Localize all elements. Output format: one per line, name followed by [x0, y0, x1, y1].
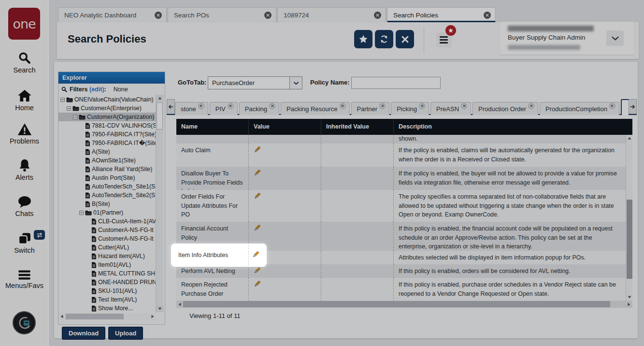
scroll-up-icon[interactable] [156, 95, 164, 101]
close-page-button[interactable] [396, 30, 414, 48]
tab-close-icon[interactable] [269, 103, 275, 109]
tree-item[interactable]: 7881-CDV VALINHOS(Si [58, 121, 156, 130]
tab-close-icon[interactable] [379, 103, 386, 109]
column-header-inherited-value[interactable]: Inherited Value [321, 119, 394, 135]
tab-scroll-left-button[interactable] [167, 99, 175, 114]
edit-pencil-icon[interactable] [254, 280, 316, 288]
tree-item[interactable]: Cutter(AVL) [58, 243, 156, 252]
collapse-expander-icon[interactable] [79, 211, 84, 215]
collapse-expander-icon[interactable] [73, 115, 77, 119]
table-row[interactable]: Order Fields For Update Attributes For P… [176, 190, 632, 222]
tree-item[interactable]: Austin Port(Site) [58, 173, 156, 182]
tree-item[interactable]: Item01(AVL) [58, 260, 156, 269]
favorite-button[interactable] [354, 30, 372, 48]
scroll-left-icon[interactable] [176, 301, 183, 308]
window-tab[interactable]: Search POs [168, 7, 276, 22]
tab-close-icon[interactable] [528, 103, 534, 109]
sidebar-item-switch[interactable]: Switch [0, 232, 49, 254]
scroll-right-icon[interactable] [626, 301, 632, 308]
scrollbar-thumb[interactable] [183, 301, 610, 307]
policy-tab[interactable]: Picking [391, 102, 429, 115]
tree-item[interactable]: ONE-HANDED PRUN [58, 278, 156, 287]
tree-item[interactable]: A(Site) [58, 147, 156, 156]
edit-pencil-icon[interactable] [254, 192, 316, 200]
tree-item[interactable]: CustomerA(Organization) [58, 113, 156, 121]
table-row[interactable]: shown. [176, 135, 632, 144]
tour-spotlight-item-info-attributes[interactable]: Item Info Attributes [171, 244, 267, 267]
window-tab[interactable]: Search Policies [387, 7, 496, 22]
scroll-right-icon[interactable] [149, 313, 156, 320]
tree-item[interactable]: ONEIValueChain(ValueChain) [58, 95, 156, 104]
refresh-button[interactable] [375, 30, 393, 48]
column-header-description[interactable]: Description [394, 119, 632, 135]
policy-tab[interactable]: Production Order [472, 102, 538, 115]
tab-close-icon[interactable] [198, 103, 204, 109]
column-header-value[interactable]: Value [249, 119, 321, 135]
user-menu-button[interactable] [606, 30, 624, 46]
policy-name-input[interactable] [351, 77, 441, 89]
scroll-left-icon[interactable] [58, 313, 65, 320]
scroll-down-icon[interactable] [156, 305, 164, 312]
tab-close-icon[interactable] [419, 103, 425, 109]
edit-pencil-icon[interactable] [254, 146, 316, 153]
chevron-down-icon[interactable] [289, 77, 302, 89]
table-horizontal-scrollbar[interactable] [176, 301, 632, 308]
tree-item[interactable]: 7950-FABRICA IT�(Site [58, 139, 156, 147]
table-row[interactable]: Disallow Buyer To Provide Promise Fields… [176, 167, 632, 190]
scrollbar-thumb[interactable] [627, 200, 632, 279]
tree-item[interactable]: B(Site) [58, 200, 156, 208]
tab-scroll-right-button[interactable] [629, 99, 637, 114]
scroll-down-icon[interactable] [626, 294, 633, 300]
edit-pencil-icon[interactable] [254, 267, 316, 274]
sidebar-item-home[interactable]: Home [0, 89, 49, 112]
tree-item[interactable]: METAL CUTTING SHI [58, 269, 156, 278]
tree-item[interactable]: 01(Partner) [58, 208, 156, 217]
tree-item[interactable]: SKU-101(AVL) [58, 287, 156, 295]
policy-tab[interactable]: stone [175, 102, 208, 115]
edit-pencil-icon[interactable] [252, 251, 259, 258]
table-row[interactable]: Reopen Rejected Purchase Order If this p… [176, 278, 632, 301]
collapse-expander-icon[interactable] [60, 98, 65, 102]
sidebar-item-alerts[interactable]: Alerts [0, 159, 49, 181]
edit-pencil-icon[interactable] [254, 224, 316, 231]
sidebar-item-search[interactable]: Search [0, 51, 49, 74]
scroll-up-icon[interactable] [626, 135, 633, 141]
tree-item[interactable]: Hazard item(AVL) [58, 252, 156, 260]
table-row[interactable]: Auto Claim If the policy is enabled, cla… [176, 144, 632, 167]
explorer-vertical-scrollbar[interactable] [156, 95, 163, 312]
tree-item[interactable]: CustomerA(Enterprise) [58, 104, 156, 113]
policy-tab[interactable]: Packing Resource [281, 102, 350, 115]
tree-item[interactable]: CustomerA-NS-FG-It [58, 226, 156, 234]
sidebar-item-problems[interactable]: Problems [0, 123, 49, 145]
filters-edit-link[interactable]: (edit) [89, 86, 104, 93]
policy-tab[interactable]: Purch [621, 99, 629, 115]
window-tab[interactable]: 1089724 [277, 7, 386, 22]
download-button[interactable]: Download [62, 327, 105, 340]
scrollbar-thumb[interactable] [157, 102, 163, 130]
tree-item[interactable]: 7950-FABRICA IT?(Site) [58, 130, 156, 139]
tab-close-icon[interactable] [155, 12, 162, 19]
edit-pencil-icon[interactable] [254, 169, 316, 176]
gototab-select[interactable]: PurchaseOrder [208, 76, 302, 89]
sidebar-item-menus-favs[interactable]: Menus/Favs [0, 270, 49, 289]
policy-tab[interactable]: Partner [351, 102, 390, 115]
tab-close-icon[interactable] [609, 103, 615, 109]
tree-item[interactable]: AutoTenderSch_Site1(S [58, 182, 156, 191]
tab-close-icon[interactable] [228, 103, 234, 109]
policy-tab[interactable]: PIV [210, 102, 238, 115]
tab-close-icon[interactable] [264, 12, 272, 19]
window-tab[interactable]: NEO Analytic Dashboard [58, 7, 167, 22]
upload-button[interactable]: Upload [108, 327, 143, 340]
table-vertical-scrollbar[interactable] [626, 135, 632, 300]
tab-close-icon[interactable] [340, 103, 346, 109]
column-header-name[interactable]: Name [176, 119, 249, 135]
policy-tab[interactable]: Packing [239, 102, 279, 115]
sidebar-item-chats[interactable]: Chats [0, 195, 49, 217]
tree-item[interactable]: CLB-CustA-Item-1(AV [58, 217, 156, 226]
tree-item[interactable]: Test Item(AVL) [58, 295, 156, 304]
tree-item[interactable]: CustomerA-NS-FG-It [58, 234, 156, 243]
collapse-expander-icon[interactable] [67, 106, 71, 111]
tab-close-icon[interactable] [484, 12, 491, 19]
one-logo[interactable]: one [8, 8, 40, 40]
assistant-avatar[interactable] [13, 311, 36, 334]
